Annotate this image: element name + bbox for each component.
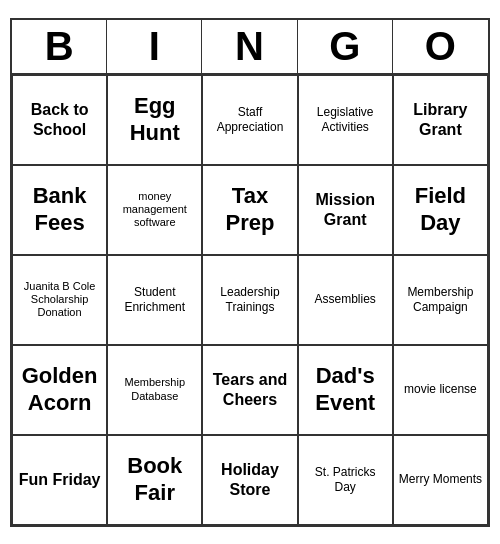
bingo-card: B I N G O Back to SchoolEgg HuntStaff Ap… bbox=[10, 18, 490, 527]
bingo-cell[interactable]: Egg Hunt bbox=[107, 75, 202, 165]
bingo-cell[interactable]: Juanita B Cole Scholarship Donation bbox=[12, 255, 107, 345]
bingo-cell[interactable]: Membership Database bbox=[107, 345, 202, 435]
bingo-cell[interactable]: money management software bbox=[107, 165, 202, 255]
letter-g: G bbox=[298, 20, 393, 73]
bingo-cell[interactable]: Dad's Event bbox=[298, 345, 393, 435]
bingo-cell[interactable]: Book Fair bbox=[107, 435, 202, 525]
bingo-cell[interactable]: Student Enrichment bbox=[107, 255, 202, 345]
bingo-cell[interactable]: Bank Fees bbox=[12, 165, 107, 255]
bingo-cell[interactable]: Leadership Trainings bbox=[202, 255, 297, 345]
letter-o: O bbox=[393, 20, 488, 73]
bingo-cell[interactable]: Mission Grant bbox=[298, 165, 393, 255]
bingo-cell[interactable]: Membership Campaign bbox=[393, 255, 488, 345]
bingo-cell[interactable]: Back to School bbox=[12, 75, 107, 165]
bingo-grid: Back to SchoolEgg HuntStaff Appreciation… bbox=[12, 75, 488, 525]
letter-i: I bbox=[107, 20, 202, 73]
bingo-cell[interactable]: Tax Prep bbox=[202, 165, 297, 255]
bingo-cell[interactable]: movie license bbox=[393, 345, 488, 435]
bingo-cell[interactable]: Field Day bbox=[393, 165, 488, 255]
bingo-cell[interactable]: Assemblies bbox=[298, 255, 393, 345]
bingo-cell[interactable]: St. Patricks Day bbox=[298, 435, 393, 525]
bingo-cell[interactable]: Legislative Activities bbox=[298, 75, 393, 165]
bingo-header: B I N G O bbox=[12, 20, 488, 75]
letter-b: B bbox=[12, 20, 107, 73]
bingo-cell[interactable]: Fun Friday bbox=[12, 435, 107, 525]
letter-n: N bbox=[202, 20, 297, 73]
bingo-cell[interactable]: Tears and Cheers bbox=[202, 345, 297, 435]
bingo-cell[interactable]: Holiday Store bbox=[202, 435, 297, 525]
bingo-cell[interactable]: Merry Moments bbox=[393, 435, 488, 525]
bingo-cell[interactable]: Staff Appreciation bbox=[202, 75, 297, 165]
bingo-cell[interactable]: Golden Acorn bbox=[12, 345, 107, 435]
bingo-cell[interactable]: Library Grant bbox=[393, 75, 488, 165]
